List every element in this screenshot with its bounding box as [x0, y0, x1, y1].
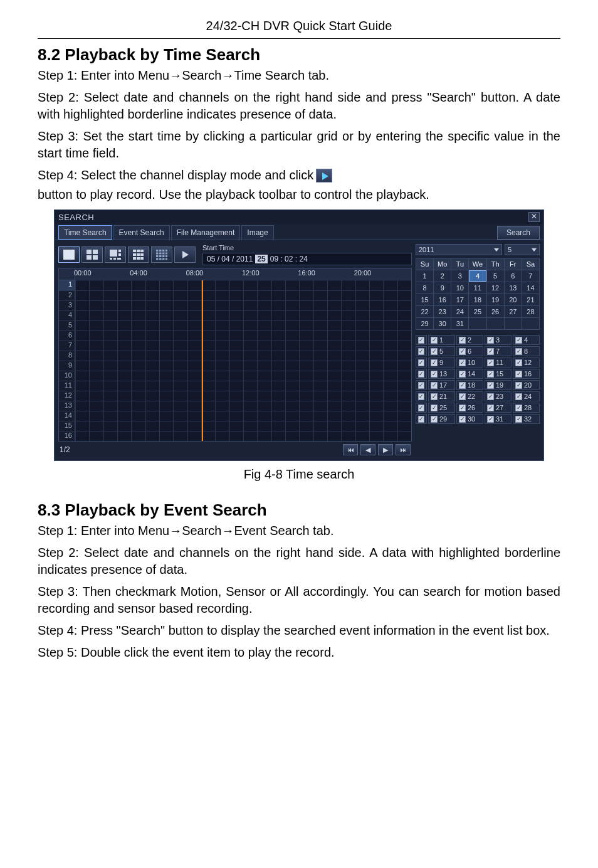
- tab-image[interactable]: Image: [241, 225, 273, 240]
- timeline-row-grid[interactable]: [75, 301, 411, 310]
- channel-checkbox[interactable]: ✓10: [456, 357, 483, 368]
- timeline-row-grid[interactable]: [75, 351, 411, 361]
- channel-checkbox[interactable]: ✓21: [428, 391, 455, 401]
- timeline-row-grid[interactable]: [75, 421, 411, 431]
- pager-first-icon[interactable]: ⏮: [343, 444, 358, 455]
- channel-checkbox[interactable]: ✓32: [513, 414, 540, 424]
- calendar-day[interactable]: 23: [434, 306, 451, 317]
- pager-last-icon[interactable]: ⏭: [396, 444, 411, 455]
- channel-checkbox[interactable]: ✓8: [513, 346, 540, 356]
- channel-row-master-checkbox[interactable]: ✓: [416, 380, 427, 390]
- channel-checkbox[interactable]: ✓12: [513, 357, 540, 368]
- tab-time-search[interactable]: Time Search: [58, 225, 112, 240]
- timeline-row[interactable]: 1: [59, 280, 411, 290]
- timeline-row-grid[interactable]: [75, 391, 411, 401]
- start-time-field[interactable]: 05 / 04 / 2011 25 09 : 02 : 24: [202, 253, 412, 265]
- calendar-day[interactable]: 6: [505, 270, 522, 282]
- channel-row-master-checkbox[interactable]: ✓: [416, 414, 427, 424]
- timeline-row[interactable]: 13: [59, 401, 411, 411]
- calendar-day[interactable]: 3: [451, 270, 468, 282]
- channel-checkbox[interactable]: ✓4: [513, 335, 540, 345]
- channel-row-master-checkbox[interactable]: ✓: [416, 346, 427, 356]
- timeline-row[interactable]: 2: [59, 290, 411, 300]
- channel-checkbox[interactable]: ✓16: [513, 369, 540, 379]
- timeline[interactable]: 00:0004:0008:0012:0016:0020:00 123456789…: [58, 268, 412, 442]
- channel-checkbox[interactable]: ✓15: [485, 369, 511, 379]
- channel-checkbox[interactable]: ✓14: [456, 369, 483, 379]
- calendar-day[interactable]: 22: [416, 306, 433, 317]
- tab-event-search[interactable]: Event Search: [113, 225, 170, 240]
- timeline-row-grid[interactable]: [75, 401, 411, 411]
- channel-checkbox[interactable]: ✓26: [456, 403, 483, 413]
- close-icon[interactable]: ✕: [528, 212, 540, 222]
- timeline-row[interactable]: 8: [59, 351, 411, 361]
- calendar-day[interactable]: 4: [469, 270, 486, 282]
- calendar-day[interactable]: 24: [451, 306, 468, 317]
- calendar-day[interactable]: 15: [416, 294, 433, 305]
- channel-checkbox[interactable]: ✓31: [485, 414, 511, 424]
- channel-checkbox[interactable]: ✓17: [428, 380, 455, 390]
- calendar-day[interactable]: 13: [505, 282, 522, 294]
- timeline-row-grid[interactable]: [75, 361, 411, 371]
- timeline-row[interactable]: 12: [59, 391, 411, 401]
- channel-checkbox[interactable]: ✓28: [513, 403, 540, 413]
- channel-checkbox[interactable]: ✓13: [428, 369, 455, 379]
- timeline-row[interactable]: 6: [59, 331, 411, 341]
- calendar-day[interactable]: 21: [522, 294, 539, 305]
- timeline-row-grid[interactable]: [75, 411, 411, 421]
- calendar-day[interactable]: 30: [434, 318, 451, 329]
- timeline-row[interactable]: 4: [59, 310, 411, 320]
- calendar-day[interactable]: 14: [522, 282, 539, 294]
- pager-prev-icon[interactable]: ◀: [360, 444, 375, 455]
- timeline-row[interactable]: 9: [59, 361, 411, 371]
- calendar-day[interactable]: 26: [487, 306, 504, 317]
- calendar-day[interactable]: 8: [416, 282, 433, 294]
- channel-checkbox[interactable]: ✓30: [456, 414, 483, 424]
- time-cursor[interactable]: [202, 280, 203, 441]
- calendar-day[interactable]: 17: [451, 294, 468, 305]
- calendar-day[interactable]: 20: [505, 294, 522, 305]
- channel-checkbox[interactable]: ✓9: [428, 357, 455, 368]
- timeline-row[interactable]: 11: [59, 381, 411, 391]
- timeline-row-grid[interactable]: [75, 280, 411, 290]
- timeline-row-grid[interactable]: [75, 341, 411, 351]
- calendar-day[interactable]: 1: [416, 270, 433, 282]
- timeline-row-grid[interactable]: [75, 381, 411, 391]
- play-button[interactable]: [174, 246, 196, 263]
- timeline-row-grid[interactable]: [75, 371, 411, 381]
- layout-6up-button[interactable]: [105, 246, 126, 263]
- timeline-row[interactable]: 3: [59, 300, 411, 310]
- channel-checkbox[interactable]: ✓18: [456, 380, 483, 390]
- calendar-day[interactable]: 27: [505, 306, 522, 317]
- pager-next-icon[interactable]: ▶: [378, 444, 393, 455]
- timeline-row[interactable]: 14: [59, 411, 411, 421]
- channel-checkbox[interactable]: ✓2: [456, 335, 483, 345]
- timeline-row[interactable]: 5: [59, 320, 411, 331]
- timeline-row-grid[interactable]: [75, 431, 411, 441]
- channel-checkbox[interactable]: ✓5: [428, 346, 455, 356]
- layout-4up-button[interactable]: [81, 246, 103, 263]
- calendar-day[interactable]: 28: [522, 306, 539, 317]
- channel-checkbox[interactable]: ✓25: [428, 403, 455, 413]
- channel-row-master-checkbox[interactable]: ✓: [416, 369, 427, 379]
- timeline-row-grid[interactable]: [75, 321, 411, 331]
- channel-checkbox[interactable]: ✓24: [513, 391, 540, 401]
- channel-row-master-checkbox[interactable]: ✓: [416, 335, 427, 345]
- calendar-day[interactable]: 31: [451, 318, 468, 329]
- channel-checkbox[interactable]: ✓29: [428, 414, 455, 424]
- timeline-row[interactable]: 10: [59, 371, 411, 381]
- calendar-day[interactable]: 7: [522, 270, 539, 282]
- channel-checkbox[interactable]: ✓22: [456, 391, 483, 401]
- channel-checkbox[interactable]: ✓3: [485, 335, 511, 345]
- layout-1up-button[interactable]: [58, 246, 80, 263]
- channel-checkbox[interactable]: ✓1: [428, 335, 455, 345]
- calendar-day[interactable]: 2: [434, 270, 451, 282]
- layout-16up-button[interactable]: [151, 246, 172, 263]
- channel-row-master-checkbox[interactable]: ✓: [416, 391, 427, 401]
- channel-checkbox[interactable]: ✓6: [456, 346, 483, 356]
- channel-checkbox[interactable]: ✓27: [485, 403, 511, 413]
- channel-checkbox[interactable]: ✓11: [485, 357, 511, 368]
- layout-9up-button[interactable]: [128, 246, 149, 263]
- calendar-day[interactable]: 18: [469, 294, 486, 305]
- channel-row-master-checkbox[interactable]: ✓: [416, 357, 427, 368]
